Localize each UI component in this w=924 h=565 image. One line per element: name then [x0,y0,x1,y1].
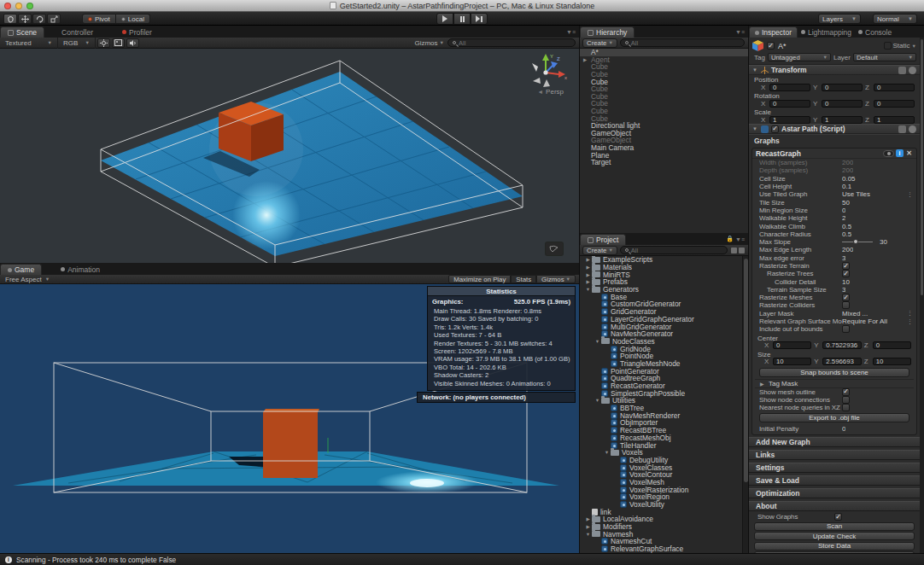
axis-cone-back1[interactable] [532,63,538,72]
expand-arrow-icon[interactable]: ▼ [584,287,592,292]
expand-arrow-icon[interactable]: ▶ [584,272,592,277]
tab-console[interactable]: Console [855,26,895,38]
axis-field[interactable]: 10 [873,358,911,365]
axis-field[interactable]: 10 [773,358,811,365]
value-text[interactable]: Use Tiles [842,190,870,198]
axis-field[interactable]: 1 [822,116,863,124]
expand-arrow-icon[interactable]: ▼ [594,398,601,403]
project-item[interactable]: GridNode [580,345,748,352]
axis-field[interactable]: 0 [773,341,811,349]
expand-arrow-icon[interactable]: ▶ [584,257,592,262]
draw-mode-dropdown[interactable]: Textured▼ [0,38,58,49]
hierarchy-item[interactable]: Target [580,159,748,166]
axis-field[interactable]: 0 [769,84,810,91]
scale-tool-button[interactable] [47,14,61,24]
hierarchy-search-input[interactable]: All [620,38,745,47]
value-text[interactable]: Mixed ... [842,310,868,317]
expand-arrow-icon[interactable]: ▶ [584,516,592,521]
section-save-load[interactable]: Save & Load [749,475,920,486]
tab-lightmapping[interactable]: Lightmapping [798,26,855,38]
project-search-input[interactable]: All [620,246,728,254]
axis-field[interactable]: 1 [874,116,915,124]
checkbox[interactable] [842,325,850,333]
hand-tool-button[interactable] [3,14,17,24]
layer-dropdown[interactable]: Default▼ [853,53,916,61]
step-button[interactable] [471,13,488,25]
help-book-icon[interactable] [898,125,906,133]
pivot-toggle-button[interactable]: Pivot [82,14,116,24]
axis-cone-back3[interactable] [543,79,550,87]
camera-preview-icon[interactable] [545,242,564,256]
hierarchy-create-dropdown[interactable]: Create▼ [582,38,617,48]
panel-menu-icon[interactable]: ▼≡ [735,236,745,242]
scene-audio-button[interactable] [126,38,139,48]
tab-scene[interactable]: Scene [0,26,44,38]
aspect-dropdown[interactable]: Free Aspect▼ [0,274,55,285]
checkbox[interactable]: ✓ [842,270,850,277]
panel-menu-icon[interactable]: ▼≡ [735,29,745,35]
scene-effects-button[interactable] [112,38,125,48]
gear-icon[interactable] [909,125,916,133]
tag-mask-foldout[interactable]: ▶ Tag Mask [755,379,914,388]
maximize-on-play-button[interactable]: Maximize on Play [448,275,511,283]
tab-inspector[interactable]: Inspector [749,26,798,38]
local-toggle-button[interactable]: Local [116,14,150,24]
project-create-dropdown[interactable]: Create▼ [582,246,617,255]
axis-gizmo[interactable]: Y Z x [528,51,569,90]
slider-track[interactable] [842,242,873,242]
perspective-toggle[interactable]: ◄ Persp [537,88,564,96]
foldout-arrow-icon[interactable]: ▼ [752,67,758,73]
checkbox[interactable]: ✓ [842,262,850,270]
scrollbar-thumb[interactable] [921,39,923,295]
info-icon[interactable]: i [896,149,904,157]
layout-dropdown[interactable]: Normal▼ [873,14,917,24]
section-links[interactable]: Links [749,450,920,460]
checkbox[interactable] [842,301,850,309]
inspector-scrollbar[interactable] [920,38,924,553]
checkbox[interactable] [842,404,850,411]
lock-icon[interactable]: 🔒 [726,236,734,242]
component-enabled-checkbox[interactable]: ✓ [771,125,779,133]
transform-component-header[interactable]: ▼ Transform [749,65,920,75]
axis-field[interactable]: 0 [822,100,863,108]
tab-project[interactable]: Project [580,234,626,245]
section-optimization[interactable]: Optimization [749,488,920,498]
project-item[interactable]: RecastMeshObj [580,434,748,442]
status-bar[interactable]: i Scanning - Process took 240 ms to comp… [0,553,924,565]
update-check-button[interactable]: Update Check [754,532,915,540]
checkbox[interactable]: ✓ [842,388,850,396]
section-settings[interactable]: Settings [749,463,920,473]
checkbox[interactable]: ✓ [842,294,850,301]
expand-arrow-icon[interactable]: ▶ [584,524,592,529]
move-tool-button[interactable] [18,14,32,24]
gizmos-dropdown[interactable]: Gizmos▼ [414,39,444,47]
project-item[interactable]: NavMeshGenerator [580,330,748,338]
y-axis-cone[interactable] [542,54,549,61]
static-toggle[interactable]: Static ▼ [884,42,916,50]
static-checkbox[interactable] [884,42,892,50]
dropdown-arrows-icon[interactable]: ⋮ [907,318,913,325]
axis-field[interactable]: 0 [874,84,915,91]
expand-arrow-icon[interactable]: ▶ [584,279,592,284]
panel-menu-icon[interactable]: ▼≡ [566,29,576,35]
axis-cone-back2[interactable] [533,78,541,84]
astar-component-header[interactable]: ▼ ✓ Astar Path (Script) [749,124,920,134]
rotate-tool-button[interactable] [32,14,46,24]
game-gizmos-button[interactable]: Gizmos▼ [536,275,576,283]
axis-field[interactable]: 0 [769,100,810,108]
initial-penalty-value[interactable]: 0 [842,425,845,433]
expand-arrow-icon[interactable]: ▼ [603,450,611,455]
axis-field[interactable]: 0 [873,341,911,349]
tab-controller[interactable]: Controller [55,26,100,38]
expand-arrow-icon[interactable]: ▼ [584,532,592,537]
slider-knob[interactable] [853,239,858,244]
project-item[interactable]: CustomGridGenerator [580,300,748,308]
tab-animation[interactable]: Animation [54,264,107,275]
project-item[interactable]: ▼Generators [580,286,748,294]
dropdown-arrows-icon[interactable]: ⋮ [907,191,913,198]
eye-icon[interactable] [883,150,894,157]
stats-button[interactable]: Stats [511,275,536,283]
active-checkbox[interactable]: ✓ [767,42,775,50]
scan-button[interactable]: Scan [754,522,915,531]
axis-field[interactable]: 1 [769,116,810,124]
